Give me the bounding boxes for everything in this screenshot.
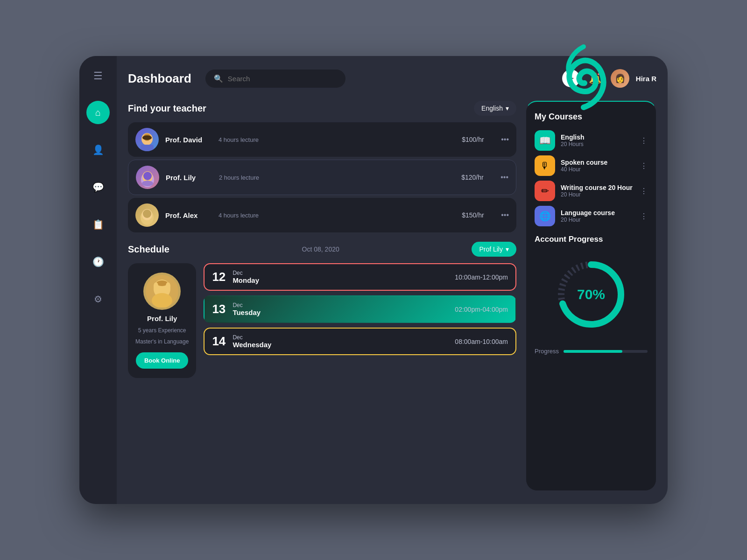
slot-day-info: Dec Monday (233, 270, 275, 284)
slot-time: 10:00am-12:00pm (455, 273, 508, 281)
course-info: Writing course 20 Hour 20 Hour (561, 184, 634, 198)
more-options-icon[interactable]: ⋮ (640, 161, 648, 170)
schedule-title: Schedule (128, 244, 169, 255)
teacher-lecture: 4 hours lecture (218, 212, 455, 219)
teacher-rate: $120/hr (461, 174, 494, 181)
main-content: Dashboard 🔍 + 🔔 👩 Hira R (117, 56, 668, 504)
course-info: English 20 Hours (561, 133, 634, 147)
page-title: Dashboard (128, 71, 191, 86)
schedule-slots: 12 Dec Monday 10:00am-12:00pm 13 (204, 263, 516, 378)
course-name: Spoken course (561, 159, 634, 166)
slot-time: 08:00am-10:00am (455, 338, 508, 345)
search-icon: 🔍 (214, 74, 223, 83)
course-name: Writing course 20 Hour (561, 184, 634, 191)
schedule-content: Prof. Lily 5 years Experience Master's i… (128, 263, 516, 378)
list-item[interactable]: 13 Dec Tuesday 02:00pm-04:00pm (204, 295, 516, 323)
svg-point-16 (154, 282, 158, 290)
slot-time: 02:00pm-04:00pm (455, 306, 508, 313)
find-teacher-header: Find your teacher English ▾ (128, 101, 516, 116)
course-icon-english: 📖 (535, 130, 555, 151)
sidebar-item-chat[interactable]: 💬 (86, 175, 110, 199)
list-item[interactable]: 12 Dec Monday 10:00am-12:00pm (204, 263, 516, 291)
sidebar-item-user[interactable]: 👤 (86, 138, 110, 161)
profile-avatar (143, 273, 181, 310)
course-duration: 20 Hour (561, 191, 634, 198)
progress-ring-container: 70% (535, 252, 648, 336)
content-area: Find your teacher English ▾ (128, 101, 656, 491)
schedule-section: Schedule Oct 08, 2020 Prof Lily ▾ (128, 242, 516, 491)
progress-bar-track (564, 350, 648, 353)
svg-point-10 (143, 210, 151, 218)
slot-day-number: 13 (212, 302, 226, 316)
table-row[interactable]: Prof. David 4 hours lecture $100/hr ••• (128, 122, 516, 157)
more-options-icon[interactable]: ⋮ (640, 136, 648, 145)
more-options-icon[interactable]: ••• (500, 173, 508, 182)
slot-day-number: 12 (212, 270, 226, 284)
course-duration: 20 Hours (561, 141, 634, 147)
sidebar-item-settings[interactable]: ⚙ (86, 287, 110, 311)
profile-experience: 5 years Experience (138, 327, 186, 334)
more-options-icon[interactable]: ⋮ (640, 187, 648, 196)
menu-icon[interactable]: ☰ (93, 70, 103, 82)
list-item[interactable]: 14 Dec Wednesday 08:00am-10:00am (204, 328, 516, 355)
sidebar-item-clock[interactable]: 🕐 (86, 250, 110, 273)
list-item[interactable]: 📖 English 20 Hours ⋮ (535, 130, 648, 151)
prof-filter-dropdown[interactable]: Prof Lily ▾ (472, 242, 516, 257)
course-duration: 40 Hour (561, 166, 634, 173)
course-icon-writing: ✏ (535, 181, 555, 201)
find-teacher-title: Find your teacher (128, 103, 206, 114)
language-filter-dropdown[interactable]: English ▾ (474, 101, 516, 116)
progress-bar-fill (564, 350, 622, 353)
teacher-rate: $150/hr (462, 211, 494, 219)
svg-point-7 (142, 181, 153, 186)
my-courses-title: My Courses (535, 112, 648, 122)
progress-label-row: Progress (535, 348, 648, 355)
teacher-lecture: 2 hours lecture (219, 174, 455, 181)
more-options-icon[interactable]: ••• (501, 211, 509, 219)
sidebar-item-calendar[interactable]: 📋 (86, 213, 110, 236)
avatar (135, 203, 159, 227)
more-options-icon[interactable]: ••• (501, 135, 509, 144)
course-icon-language: 🌐 (535, 206, 555, 226)
teacher-list: Prof. David 4 hours lecture $100/hr ••• (128, 122, 516, 232)
list-item[interactable]: 🌐 Language course 20 Hour ⋮ (535, 206, 648, 226)
list-item[interactable]: ✏ Writing course 20 Hour 20 Hour ⋮ (535, 181, 648, 201)
profile-degree: Master's in Language (135, 338, 189, 345)
search-bar[interactable]: 🔍 (205, 70, 345, 88)
course-info: Language course 20 Hour (561, 209, 634, 223)
table-row[interactable]: Prof. Alex 4 hours lecture $150/hr ••• (128, 198, 516, 232)
course-duration: 20 Hour (561, 217, 634, 223)
sidebar: ☰ ⌂ 👤 💬 📋 🕐 ⚙ (79, 56, 117, 504)
svg-point-17 (166, 282, 170, 290)
left-panel: Find your teacher English ▾ (128, 101, 516, 491)
course-name: Language course (561, 209, 634, 217)
teacher-name: Prof. David (165, 136, 212, 144)
svg-rect-1 (141, 145, 154, 151)
chevron-down-icon: ▾ (506, 105, 509, 112)
right-panel: My Courses 📖 English 20 Hours ⋮ 🎙 (526, 101, 656, 491)
slot-month: Dec (233, 270, 275, 276)
slot-dayname: Monday (233, 276, 275, 284)
user-name: Hira R (636, 75, 656, 83)
slot-month: Dec (233, 334, 275, 341)
more-options-icon[interactable]: ⋮ (640, 212, 648, 221)
teacher-name: Prof. Lily (166, 174, 212, 182)
teacher-name: Prof. Alex (165, 211, 212, 219)
book-online-button[interactable]: Book Online (136, 352, 189, 369)
course-info: Spoken course 40 Hour (561, 159, 634, 173)
progress-label: Progress (535, 348, 559, 355)
search-input[interactable] (228, 75, 337, 83)
slot-day-info: Dec Wednesday (233, 334, 275, 349)
course-name: English (561, 133, 634, 141)
app-frame: ☰ ⌂ 👤 💬 📋 🕐 ⚙ Dashboard 🔍 + 🔔 👩 Hi (79, 56, 668, 504)
chevron-down-icon: ▾ (506, 245, 509, 253)
table-row[interactable]: Prof. Lily 2 hours lecture $120/hr ••• (128, 160, 516, 195)
prof-filter-label: Prof Lily (479, 245, 503, 253)
list-item[interactable]: 🎙 Spoken course 40 Hour ⋮ (535, 155, 648, 176)
slot-dayname: Tuesday (233, 308, 275, 316)
schedule-date: Oct 08, 2020 (302, 245, 339, 253)
course-list: 📖 English 20 Hours ⋮ 🎙 Spoken course 40 … (535, 130, 648, 226)
avatar (136, 166, 159, 189)
sidebar-item-home[interactable]: ⌂ (86, 101, 110, 124)
svg-point-13 (152, 293, 172, 308)
